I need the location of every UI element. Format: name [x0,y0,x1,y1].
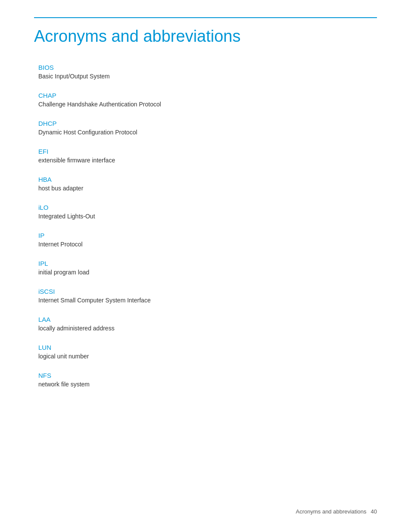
acronym-definition: host bus adapter [38,185,377,192]
acronym-entry: DHCPDynamic Host Configuration Protocol [38,120,377,136]
page-footer: Acronyms and abbreviations 40 [296,508,377,515]
acronym-entry: BIOSBasic Input/Output System [38,64,377,80]
acronym-entry: NFSnetwork file system [38,372,377,388]
page-container: Acronyms and abbreviations BIOSBasic Inp… [0,0,411,532]
page-title: Acronyms and abbreviations [34,27,377,47]
acronym-definition: Challenge Handshake Authentication Proto… [38,101,377,108]
acronym-term: LAA [38,316,377,323]
acronym-entry: IPInternet Protocol [38,232,377,248]
acronym-entry: LUNlogical unit number [38,344,377,360]
acronym-term: BIOS [38,64,377,71]
acronym-definition: network file system [38,381,377,388]
acronym-definition: extensible firmware interface [38,157,377,164]
acronym-term: IP [38,232,377,239]
acronym-term: DHCP [38,120,377,127]
acronym-definition: initial program load [38,269,377,276]
acronym-entry: HBAhost bus adapter [38,176,377,192]
acronym-definition: Internet Small Computer System Interface [38,297,377,304]
acronym-term: LUN [38,344,377,351]
footer-text: Acronyms and abbreviations [296,508,367,515]
footer-page-number: 40 [371,508,377,515]
acronym-definition: locally administered address [38,325,377,332]
acronym-definition: logical unit number [38,353,377,360]
acronym-entry: IPLinitial program load [38,260,377,276]
top-border [34,17,377,18]
acronym-entry: CHAPChallenge Handshake Authentication P… [38,92,377,108]
acronym-entry: EFIextensible firmware interface [38,148,377,164]
acronym-list: BIOSBasic Input/Output SystemCHAPChallen… [38,64,377,388]
acronym-term: HBA [38,176,377,183]
acronym-definition: Internet Protocol [38,241,377,248]
acronym-definition: Basic Input/Output System [38,73,377,80]
acronym-term: EFI [38,148,377,155]
acronym-entry: iSCSIInternet Small Computer System Inte… [38,288,377,304]
acronym-term: iLO [38,204,377,211]
acronym-term: NFS [38,372,377,379]
acronym-term: iSCSI [38,288,377,295]
acronym-term: IPL [38,260,377,267]
acronym-definition: Dynamic Host Configuration Protocol [38,129,377,136]
acronym-entry: iLOIntegrated Lights-Out [38,204,377,220]
acronym-term: CHAP [38,92,377,99]
acronym-definition: Integrated Lights-Out [38,213,377,220]
acronym-entry: LAAlocally administered address [38,316,377,332]
